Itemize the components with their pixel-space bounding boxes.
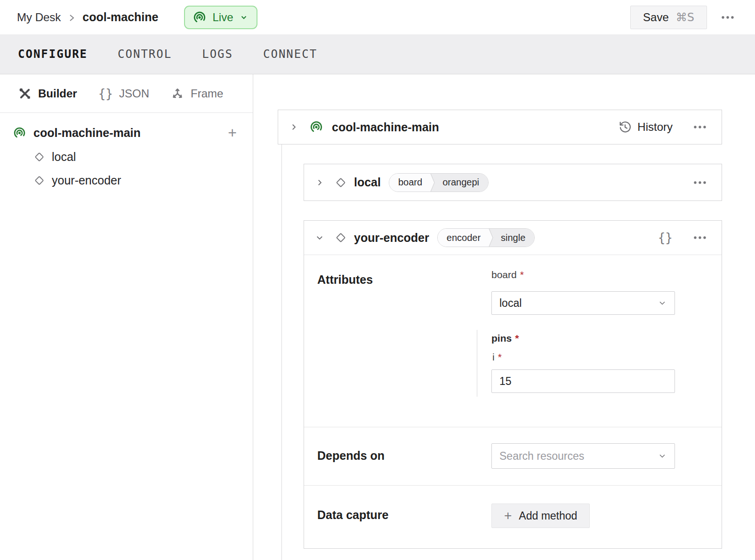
machine-part-menu-button[interactable] [690,121,710,133]
broadcast-icon [13,126,26,140]
add-method-label: Add method [519,510,577,522]
breadcrumb-machine-name: cool-machine [82,10,158,24]
tree-item-your-encoder[interactable]: your-encoder [33,174,237,187]
encoder-menu-button[interactable] [690,232,710,243]
chevron-down-icon [315,233,324,242]
save-shortcut: ⌘S [676,11,694,24]
board-field-label: board* [491,269,524,280]
machine-part-title: cool-machine-main [332,120,439,134]
view-frame-label: Frame [191,87,223,100]
config-sidebar: Builder {} JSON Frame [0,74,253,560]
view-builder[interactable]: Builder [18,87,77,101]
depends-on-select[interactable]: Search resources [491,443,675,469]
live-label: Live [213,11,233,24]
tree-item-local[interactable]: local [33,150,237,164]
data-capture-heading: Data capture [317,508,388,522]
live-status-dropdown[interactable]: Live [184,6,257,29]
ellipsis-icon [693,125,707,129]
badge-separator [430,174,436,192]
data-capture-section: Data capture + Add method [304,486,722,549]
board-select[interactable]: local [491,291,675,315]
expand-card-button[interactable] [288,121,300,133]
tab-connect[interactable]: CONNECT [263,48,317,61]
depends-on-section: Depends on Search resources [304,427,722,486]
broadcast-icon [193,10,207,24]
attributes-heading: Attributes [317,273,373,287]
encoder-card-header: your-encoder encoder single {} [304,221,722,255]
required-marker: * [520,269,524,280]
app-header: My Desk cool-machine Live Save ⌘S [0,0,755,34]
i-pin-input[interactable] [491,369,675,393]
badge-model: single [494,229,534,247]
history-label: History [637,120,673,134]
tree-item-label: local [52,150,76,164]
component-diamond-icon [334,176,347,189]
tab-control[interactable]: CONTROL [118,48,172,61]
ellipsis-icon [693,236,707,240]
breadcrumb-separator-icon [68,13,75,23]
component-diamond-icon [334,231,347,244]
tab-configure[interactable]: CONFIGURE [18,48,88,61]
collapse-card-button[interactable] [313,232,326,244]
chevron-down-icon [658,451,667,461]
ellipsis-icon [721,16,734,19]
plus-icon: + [504,509,512,522]
save-label: Save [643,11,669,24]
encoder-card: your-encoder encoder single {} Attribute… [304,220,722,549]
required-marker: * [515,333,519,344]
component-diamond-icon [33,174,46,187]
local-board-title: local [354,176,381,189]
braces-icon: {} [98,87,113,101]
header-overflow-menu-button[interactable] [717,12,738,23]
component-diamond-icon [33,151,46,163]
frame-axes-icon [170,87,185,101]
add-method-button[interactable]: + Add method [491,504,590,528]
badge-separator [488,229,494,247]
pins-group-rule [477,330,477,397]
local-board-menu-button[interactable] [690,177,710,188]
encoder-title: your-encoder [354,231,429,245]
add-component-button[interactable]: + [228,125,237,140]
expand-card-button[interactable] [313,176,326,189]
history-button[interactable]: History [618,120,673,134]
machine-part-card: cool-machine-main History [278,110,722,144]
pins-group-label: pins* [491,333,519,344]
resource-type-badge: board orangepi [389,173,489,192]
required-marker: * [498,352,502,362]
ellipsis-icon [693,181,707,184]
view-json-config-button[interactable]: {} [658,231,673,245]
local-board-card: local board orangepi [304,164,722,201]
badge-model: orangepi [436,174,488,192]
local-board-card-header: local board orangepi [304,164,722,200]
machine-tabs: CONFIGURE CONTROL LOGS CONNECT [0,34,755,74]
tools-icon [18,87,32,101]
tree-item-machine-part[interactable]: cool-machine-main + [13,125,237,140]
tree-item-label: your-encoder [52,174,121,187]
view-frame[interactable]: Frame [170,87,223,101]
depends-on-placeholder: Search resources [499,450,584,463]
board-select-value: local [499,297,522,310]
machine-part-card-header: cool-machine-main History [278,110,722,144]
i-field-label: i* [492,352,502,363]
chevron-down-icon [240,13,248,22]
broadcast-icon [309,120,323,134]
resource-type-badge: encoder single [437,228,535,247]
tree-item-label: cool-machine-main [33,126,141,140]
view-json-label: JSON [119,87,149,100]
chevron-down-icon [658,298,667,308]
machine-configure-page: My Desk cool-machine Live Save ⌘S CONFIG… [0,0,755,560]
view-json[interactable]: {} JSON [98,87,149,101]
chevron-right-icon [289,123,298,131]
tree-connector-line [281,144,282,560]
save-button[interactable]: Save ⌘S [630,6,707,29]
breadcrumb-location[interactable]: My Desk [17,11,61,24]
chevron-right-icon [315,178,324,187]
depends-on-heading: Depends on [317,449,385,463]
history-clock-icon [618,120,632,134]
attributes-section: Attributes board* local pins* i* [304,255,722,427]
badge-type: encoder [438,229,488,247]
resource-tree: cool-machine-main + local your-encoder [0,113,253,187]
tab-logs[interactable]: LOGS [202,48,233,61]
view-switcher: Builder {} JSON Frame [0,74,253,113]
badge-type: board [389,174,430,192]
